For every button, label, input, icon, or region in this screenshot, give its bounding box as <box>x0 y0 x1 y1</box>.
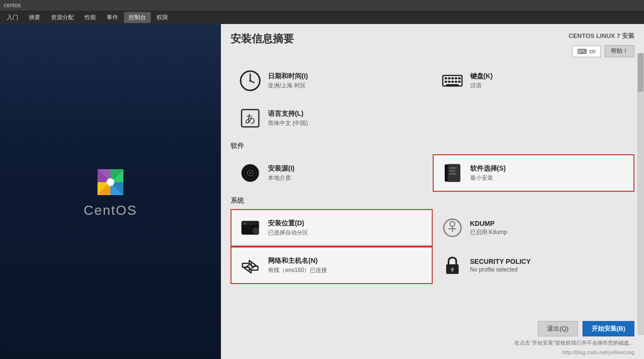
system-grid: 安装位置(D) 已选择自动分区 KDU <box>231 209 634 284</box>
language-title: 语言支持(L) <box>268 110 308 118</box>
datetime-text: 日期和时间(I) 亚洲/上海 时区 <box>268 72 308 90</box>
centos-pinwheel-icon <box>94 165 127 199</box>
centos-install-title: CENTOS LINUX 7 安装 <box>569 32 634 40</box>
datetime-subtitle: 亚洲/上海 时区 <box>268 82 308 90</box>
panel-header: 安装信息摘要 CENTOS LINUX 7 安装 ⌨ cn 帮助！ <box>221 24 644 62</box>
keyboard-icon <box>440 69 464 93</box>
localization-grid: 日期和时间(I) 亚洲/上海 时区 <box>231 62 634 99</box>
disk-icon <box>238 216 262 240</box>
menu-item-permissions[interactable]: 权限 <box>152 12 173 23</box>
svg-rect-12 <box>448 81 450 83</box>
network-text: 网络和主机名(N) 有线（ens160）已连接 <box>268 257 327 274</box>
panel-title: 安装信息摘要 <box>231 32 294 46</box>
install-location-item[interactable]: 安装位置(D) 已选择自动分区 <box>231 209 433 247</box>
network-subtitle: 有线（ens160）已连接 <box>268 266 327 274</box>
main-area: CentOS 安装信息摘要 CENTOS LINUX 7 安装 ⌨ cn 帮助！ <box>0 24 644 359</box>
menu-item-events[interactable]: 事件 <box>102 12 123 23</box>
header-right: CENTOS LINUX 7 安装 ⌨ cn 帮助！ <box>569 32 634 57</box>
install-source-title: 安装源(I) <box>268 164 294 173</box>
lang-code: cn <box>589 48 595 55</box>
menu-item-resources[interactable]: 资源分配 <box>46 12 79 23</box>
software-select-text: 软件选择(S) 最小安装 <box>470 164 506 182</box>
language-text: 语言支持(L) 简体中文 (中国) <box>268 110 308 127</box>
software-grid: 安装源(I) 本地介质 <box>231 154 634 192</box>
software-section-label: 软件 <box>231 142 634 150</box>
keyboard-text: 键盘(K) 汉语 <box>470 72 493 90</box>
titlebar: centos <box>0 0 644 11</box>
language-subtitle: 简体中文 (中国) <box>268 119 308 127</box>
install-source-icon <box>238 161 262 185</box>
language-item[interactable]: あ 语言支持(L) 简体中文 (中国) <box>231 99 433 137</box>
svg-rect-26 <box>450 170 455 172</box>
keyboard-subtitle: 汉语 <box>470 82 493 90</box>
security-policy-title: SECURITY POLICY <box>470 258 531 265</box>
svg-rect-25 <box>450 167 457 169</box>
panel-content[interactable]: 日期和时间(I) 亚洲/上海 时区 <box>221 62 644 317</box>
svg-rect-14 <box>455 81 457 83</box>
install-source-text: 安装源(I) 本地介质 <box>268 164 294 182</box>
menu-item-performance[interactable]: 性能 <box>80 12 101 23</box>
install-location-title: 安装位置(D) <box>268 219 308 228</box>
footer-buttons: 退出(Q) 开始安装(B) <box>231 321 634 336</box>
datetime-title: 日期和时间(I) <box>268 72 308 81</box>
panel-footer: 退出(Q) 开始安装(B) 在点击"开始安装"按钮前我们并不会操作您的磁盘。 h… <box>221 317 644 359</box>
start-install-button[interactable]: 开始安装(B) <box>583 321 634 336</box>
menu-item-console[interactable]: 控制台 <box>124 12 151 23</box>
svg-rect-6 <box>445 77 447 79</box>
install-source-item[interactable]: 安装源(I) 本地介质 <box>231 154 433 192</box>
titlebar-title: centos <box>4 2 21 9</box>
system-section-label: 系统 <box>231 197 634 205</box>
language-icon: あ <box>238 106 262 130</box>
menubar: 入门 摘要 资源分配 性能 事件 控制台 权限 <box>0 11 644 24</box>
svg-point-34 <box>450 222 455 226</box>
software-select-item[interactable]: 软件选择(S) 最小安装 <box>433 154 635 192</box>
footer-url: http://blog.csdn.net/yellowcong <box>231 349 634 355</box>
svg-point-21 <box>249 172 251 174</box>
quit-button[interactable]: 退出(Q) <box>538 321 578 336</box>
svg-rect-15 <box>458 81 461 83</box>
menu-item-intro[interactable]: 入门 <box>2 12 23 23</box>
lang-display[interactable]: ⌨ cn <box>572 46 601 57</box>
security-policy-item[interactable]: SECURITY POLICY No profile selected <box>433 247 635 284</box>
clock-icon <box>238 69 262 93</box>
svg-point-31 <box>255 230 257 232</box>
keyboard-item[interactable]: 键盘(K) 汉语 <box>433 62 635 99</box>
svg-text:あ: あ <box>245 112 256 124</box>
install-location-text: 安装位置(D) 已选择自动分区 <box>268 219 308 237</box>
software-select-title: 软件选择(S) <box>470 164 506 173</box>
kdump-title: KDUMP <box>470 220 507 227</box>
kdump-icon <box>440 216 464 240</box>
network-icon <box>238 253 262 277</box>
software-select-subtitle: 最小安装 <box>470 174 506 182</box>
footer-note: 在点击"开始安装"按钮前我们并不会操作您的磁盘。 <box>231 339 634 347</box>
kdump-item[interactable]: KDUMP 已启用 Kdump <box>433 209 635 247</box>
svg-rect-16 <box>446 84 459 86</box>
security-icon <box>440 253 464 277</box>
svg-rect-8 <box>451 77 454 79</box>
keyboard-title: 键盘(K) <box>470 72 493 81</box>
svg-rect-39 <box>451 270 453 272</box>
network-title: 网络和主机名(N) <box>268 257 327 265</box>
centos-logo: CentOS <box>84 165 137 218</box>
install-source-subtitle: 本地介质 <box>268 174 294 182</box>
svg-rect-7 <box>448 77 450 79</box>
svg-rect-10 <box>458 77 461 79</box>
lang-help-row: ⌨ cn 帮助！ <box>572 45 634 57</box>
scrollbar[interactable] <box>637 53 644 335</box>
scrollbar-thumb[interactable] <box>638 53 644 92</box>
software-select-icon <box>440 161 464 185</box>
svg-rect-13 <box>451 81 454 83</box>
svg-rect-27 <box>450 173 456 174</box>
svg-rect-11 <box>445 81 447 83</box>
right-panel: 安装信息摘要 CENTOS LINUX 7 安装 ⌨ cn 帮助！ <box>221 24 644 359</box>
datetime-item[interactable]: 日期和时间(I) 亚洲/上海 时区 <box>231 62 433 99</box>
kdump-subtitle: 已启用 Kdump <box>470 228 507 236</box>
keyboard-small-icon: ⌨ <box>577 48 587 55</box>
menu-item-summary[interactable]: 摘要 <box>24 12 45 23</box>
sidebar: CentOS <box>0 24 221 359</box>
svg-rect-9 <box>455 77 457 79</box>
security-policy-subtitle: No profile selected <box>470 266 531 273</box>
help-button[interactable]: 帮助！ <box>605 45 634 57</box>
network-item[interactable]: 网络和主机名(N) 有线（ens160）已连接 <box>231 247 433 284</box>
svg-point-4 <box>249 80 251 82</box>
